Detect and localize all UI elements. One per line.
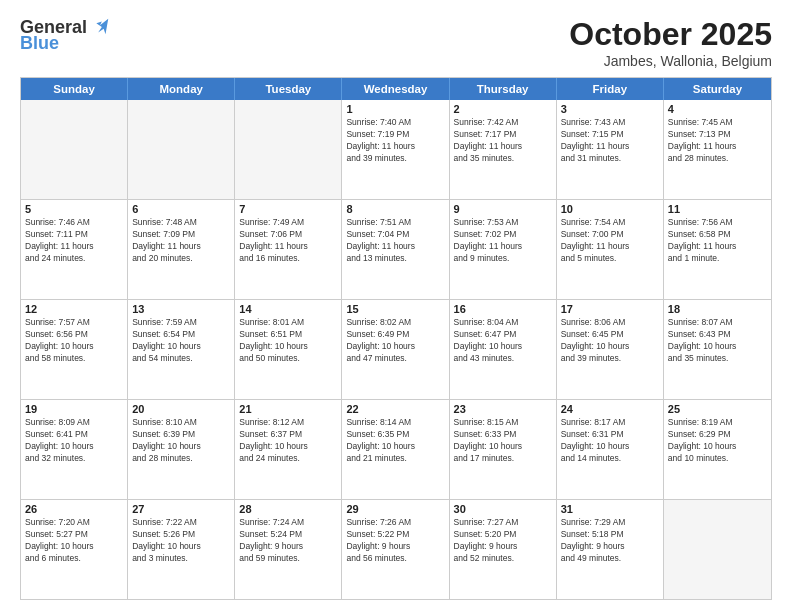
table-row — [235, 100, 342, 199]
day-number: 12 — [25, 303, 123, 315]
table-row: 28Sunrise: 7:24 AM Sunset: 5:24 PM Dayli… — [235, 500, 342, 599]
day-info: Sunrise: 8:12 AM Sunset: 6:37 PM Dayligh… — [239, 417, 337, 465]
table-row: 31Sunrise: 7:29 AM Sunset: 5:18 PM Dayli… — [557, 500, 664, 599]
day-number: 8 — [346, 203, 444, 215]
table-row: 22Sunrise: 8:14 AM Sunset: 6:35 PM Dayli… — [342, 400, 449, 499]
table-row: 14Sunrise: 8:01 AM Sunset: 6:51 PM Dayli… — [235, 300, 342, 399]
day-number: 28 — [239, 503, 337, 515]
day-info: Sunrise: 8:09 AM Sunset: 6:41 PM Dayligh… — [25, 417, 123, 465]
day-number: 13 — [132, 303, 230, 315]
calendar-week-3: 12Sunrise: 7:57 AM Sunset: 6:56 PM Dayli… — [21, 300, 771, 400]
day-number: 22 — [346, 403, 444, 415]
page: General Blue October 2025 Jambes, Wallon… — [0, 0, 792, 612]
calendar-header: Sunday Monday Tuesday Wednesday Thursday… — [21, 78, 771, 100]
day-number: 27 — [132, 503, 230, 515]
table-row: 16Sunrise: 8:04 AM Sunset: 6:47 PM Dayli… — [450, 300, 557, 399]
day-info: Sunrise: 8:14 AM Sunset: 6:35 PM Dayligh… — [346, 417, 444, 465]
table-row: 5Sunrise: 7:46 AM Sunset: 7:11 PM Daylig… — [21, 200, 128, 299]
day-info: Sunrise: 8:10 AM Sunset: 6:39 PM Dayligh… — [132, 417, 230, 465]
day-number: 4 — [668, 103, 767, 115]
calendar-week-5: 26Sunrise: 7:20 AM Sunset: 5:27 PM Dayli… — [21, 500, 771, 599]
table-row: 10Sunrise: 7:54 AM Sunset: 7:00 PM Dayli… — [557, 200, 664, 299]
day-info: Sunrise: 7:46 AM Sunset: 7:11 PM Dayligh… — [25, 217, 123, 265]
table-row — [21, 100, 128, 199]
header-wednesday: Wednesday — [342, 78, 449, 100]
calendar-week-1: 1Sunrise: 7:40 AM Sunset: 7:19 PM Daylig… — [21, 100, 771, 200]
day-number: 30 — [454, 503, 552, 515]
table-row: 29Sunrise: 7:26 AM Sunset: 5:22 PM Dayli… — [342, 500, 449, 599]
day-number: 31 — [561, 503, 659, 515]
table-row: 4Sunrise: 7:45 AM Sunset: 7:13 PM Daylig… — [664, 100, 771, 199]
title-block: October 2025 Jambes, Wallonia, Belgium — [569, 16, 772, 69]
day-number: 14 — [239, 303, 337, 315]
calendar-week-2: 5Sunrise: 7:46 AM Sunset: 7:11 PM Daylig… — [21, 200, 771, 300]
day-number: 3 — [561, 103, 659, 115]
header: General Blue October 2025 Jambes, Wallon… — [20, 16, 772, 69]
table-row: 27Sunrise: 7:22 AM Sunset: 5:26 PM Dayli… — [128, 500, 235, 599]
day-number: 20 — [132, 403, 230, 415]
table-row: 8Sunrise: 7:51 AM Sunset: 7:04 PM Daylig… — [342, 200, 449, 299]
day-info: Sunrise: 7:42 AM Sunset: 7:17 PM Dayligh… — [454, 117, 552, 165]
day-number: 1 — [346, 103, 444, 115]
day-number: 26 — [25, 503, 123, 515]
day-number: 29 — [346, 503, 444, 515]
table-row: 26Sunrise: 7:20 AM Sunset: 5:27 PM Dayli… — [21, 500, 128, 599]
header-tuesday: Tuesday — [235, 78, 342, 100]
logo-text: General Blue — [20, 16, 111, 52]
day-number: 11 — [668, 203, 767, 215]
day-info: Sunrise: 7:49 AM Sunset: 7:06 PM Dayligh… — [239, 217, 337, 265]
calendar-subtitle: Jambes, Wallonia, Belgium — [569, 53, 772, 69]
day-number: 15 — [346, 303, 444, 315]
day-info: Sunrise: 7:57 AM Sunset: 6:56 PM Dayligh… — [25, 317, 123, 365]
day-number: 9 — [454, 203, 552, 215]
day-number: 25 — [668, 403, 767, 415]
table-row: 23Sunrise: 8:15 AM Sunset: 6:33 PM Dayli… — [450, 400, 557, 499]
table-row: 13Sunrise: 7:59 AM Sunset: 6:54 PM Dayli… — [128, 300, 235, 399]
header-thursday: Thursday — [450, 78, 557, 100]
day-info: Sunrise: 8:19 AM Sunset: 6:29 PM Dayligh… — [668, 417, 767, 465]
day-info: Sunrise: 7:29 AM Sunset: 5:18 PM Dayligh… — [561, 517, 659, 565]
table-row — [128, 100, 235, 199]
day-number: 19 — [25, 403, 123, 415]
day-number: 10 — [561, 203, 659, 215]
day-number: 18 — [668, 303, 767, 315]
day-info: Sunrise: 7:27 AM Sunset: 5:20 PM Dayligh… — [454, 517, 552, 565]
day-info: Sunrise: 7:45 AM Sunset: 7:13 PM Dayligh… — [668, 117, 767, 165]
day-info: Sunrise: 8:07 AM Sunset: 6:43 PM Dayligh… — [668, 317, 767, 365]
day-info: Sunrise: 7:48 AM Sunset: 7:09 PM Dayligh… — [132, 217, 230, 265]
table-row — [664, 500, 771, 599]
header-monday: Monday — [128, 78, 235, 100]
day-number: 24 — [561, 403, 659, 415]
table-row: 2Sunrise: 7:42 AM Sunset: 7:17 PM Daylig… — [450, 100, 557, 199]
day-number: 2 — [454, 103, 552, 115]
header-friday: Friday — [557, 78, 664, 100]
day-info: Sunrise: 8:04 AM Sunset: 6:47 PM Dayligh… — [454, 317, 552, 365]
day-info: Sunrise: 7:51 AM Sunset: 7:04 PM Dayligh… — [346, 217, 444, 265]
table-row: 21Sunrise: 8:12 AM Sunset: 6:37 PM Dayli… — [235, 400, 342, 499]
table-row: 11Sunrise: 7:56 AM Sunset: 6:58 PM Dayli… — [664, 200, 771, 299]
day-number: 5 — [25, 203, 123, 215]
calendar-week-4: 19Sunrise: 8:09 AM Sunset: 6:41 PM Dayli… — [21, 400, 771, 500]
logo-blue: Blue — [20, 34, 111, 52]
day-info: Sunrise: 7:22 AM Sunset: 5:26 PM Dayligh… — [132, 517, 230, 565]
table-row: 30Sunrise: 7:27 AM Sunset: 5:20 PM Dayli… — [450, 500, 557, 599]
day-number: 21 — [239, 403, 337, 415]
day-info: Sunrise: 7:53 AM Sunset: 7:02 PM Dayligh… — [454, 217, 552, 265]
day-info: Sunrise: 7:59 AM Sunset: 6:54 PM Dayligh… — [132, 317, 230, 365]
day-info: Sunrise: 8:01 AM Sunset: 6:51 PM Dayligh… — [239, 317, 337, 365]
day-info: Sunrise: 8:06 AM Sunset: 6:45 PM Dayligh… — [561, 317, 659, 365]
day-info: Sunrise: 7:43 AM Sunset: 7:15 PM Dayligh… — [561, 117, 659, 165]
header-sunday: Sunday — [21, 78, 128, 100]
table-row: 7Sunrise: 7:49 AM Sunset: 7:06 PM Daylig… — [235, 200, 342, 299]
table-row: 15Sunrise: 8:02 AM Sunset: 6:49 PM Dayli… — [342, 300, 449, 399]
table-row: 3Sunrise: 7:43 AM Sunset: 7:15 PM Daylig… — [557, 100, 664, 199]
day-number: 6 — [132, 203, 230, 215]
day-info: Sunrise: 7:20 AM Sunset: 5:27 PM Dayligh… — [25, 517, 123, 565]
day-number: 16 — [454, 303, 552, 315]
table-row: 24Sunrise: 8:17 AM Sunset: 6:31 PM Dayli… — [557, 400, 664, 499]
day-info: Sunrise: 8:02 AM Sunset: 6:49 PM Dayligh… — [346, 317, 444, 365]
table-row: 1Sunrise: 7:40 AM Sunset: 7:19 PM Daylig… — [342, 100, 449, 199]
day-info: Sunrise: 7:54 AM Sunset: 7:00 PM Dayligh… — [561, 217, 659, 265]
calendar-title: October 2025 — [569, 16, 772, 53]
table-row: 20Sunrise: 8:10 AM Sunset: 6:39 PM Dayli… — [128, 400, 235, 499]
